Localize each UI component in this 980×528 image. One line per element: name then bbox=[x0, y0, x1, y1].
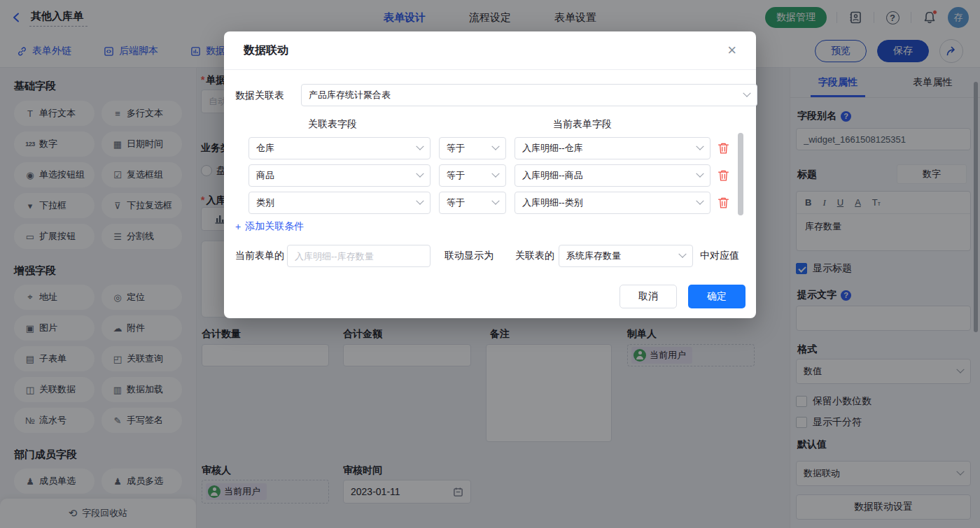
trash-icon bbox=[718, 142, 729, 155]
delete-condition-button[interactable] bbox=[718, 169, 730, 183]
form-designer-app: 其他入库单 表单设计 流程设定 表单设置 数据管理 ? 存 bbox=[0, 0, 980, 528]
select-value: 产品库存统计聚合表 bbox=[309, 89, 391, 101]
select-value: 商品 bbox=[256, 169, 274, 182]
display-as-label: 联动显示为 bbox=[444, 250, 493, 262]
suffix-label: 中对应值 bbox=[700, 250, 739, 262]
select-value: 入库明细--商品 bbox=[522, 169, 583, 182]
condition-right-select[interactable]: 入库明细--类别 bbox=[514, 192, 710, 214]
select-value: 等于 bbox=[447, 169, 465, 182]
rel-table-label: 数据关联表 bbox=[235, 90, 284, 102]
condition-left-select[interactable]: 仓库 bbox=[248, 137, 430, 159]
column-header-left: 关联表字段 bbox=[308, 118, 357, 131]
select-value: 等于 bbox=[447, 197, 465, 209]
plus-icon: + bbox=[235, 221, 241, 232]
chevron-down-icon bbox=[491, 197, 499, 205]
condition-right-select[interactable]: 入库明细--仓库 bbox=[514, 137, 710, 159]
confirm-button[interactable]: 确定 bbox=[688, 285, 746, 308]
condition-right-select[interactable]: 入库明细--商品 bbox=[514, 164, 710, 187]
chevron-down-icon bbox=[696, 197, 704, 205]
chevron-down-icon bbox=[743, 90, 750, 97]
rel-table-of-label: 关联表的 bbox=[515, 250, 554, 262]
select-value: 入库明细--类别 bbox=[522, 197, 583, 209]
condition-operator-select[interactable]: 等于 bbox=[439, 164, 506, 187]
rel-table-select[interactable]: 产品库存统计聚合表 bbox=[301, 84, 757, 106]
condition-left-select[interactable]: 类别 bbox=[248, 192, 430, 214]
current-form-label: 当前表单的 bbox=[235, 250, 284, 262]
add-condition-label: 添加关联条件 bbox=[245, 220, 304, 233]
chevron-down-icon bbox=[696, 170, 704, 178]
select-value: 入库明细--仓库 bbox=[522, 142, 583, 155]
select-value: 等于 bbox=[447, 142, 465, 155]
chevron-down-icon bbox=[696, 143, 704, 150]
select-value: 仓库 bbox=[256, 142, 274, 155]
condition-operator-select[interactable]: 等于 bbox=[439, 137, 506, 159]
modal-header: 数据联动 × bbox=[224, 31, 756, 70]
trash-icon bbox=[718, 169, 729, 182]
chevron-down-icon bbox=[491, 143, 499, 150]
chevron-down-icon bbox=[416, 170, 424, 178]
chevron-down-icon bbox=[491, 170, 499, 178]
conditions-scrollbar[interactable] bbox=[738, 133, 743, 215]
select-value: 系统库存数量 bbox=[566, 250, 621, 262]
delete-condition-button[interactable] bbox=[718, 196, 730, 210]
select-value: 类别 bbox=[256, 197, 274, 209]
condition-left-select[interactable]: 商品 bbox=[248, 164, 430, 187]
column-header-right: 当前表单字段 bbox=[553, 118, 612, 131]
chevron-down-icon bbox=[416, 143, 424, 150]
close-icon[interactable]: × bbox=[727, 43, 736, 58]
trash-icon bbox=[718, 197, 729, 209]
data-linkage-modal: 数据联动 × 数据关联表 产品库存统计聚合表 关联表字段 当前表单字段 仓库 等… bbox=[224, 31, 756, 318]
rel-field-select[interactable]: 系统库存数量 bbox=[559, 245, 693, 267]
cancel-button[interactable]: 取消 bbox=[620, 285, 677, 308]
chevron-down-icon bbox=[416, 197, 424, 205]
chevron-down-icon bbox=[678, 250, 686, 258]
modal-title: 数据联动 bbox=[244, 43, 288, 58]
delete-condition-button[interactable] bbox=[718, 141, 730, 155]
current-field-input[interactable] bbox=[287, 245, 430, 267]
add-condition-link[interactable]: + 添加关联条件 bbox=[235, 220, 304, 233]
condition-operator-select[interactable]: 等于 bbox=[439, 192, 506, 214]
